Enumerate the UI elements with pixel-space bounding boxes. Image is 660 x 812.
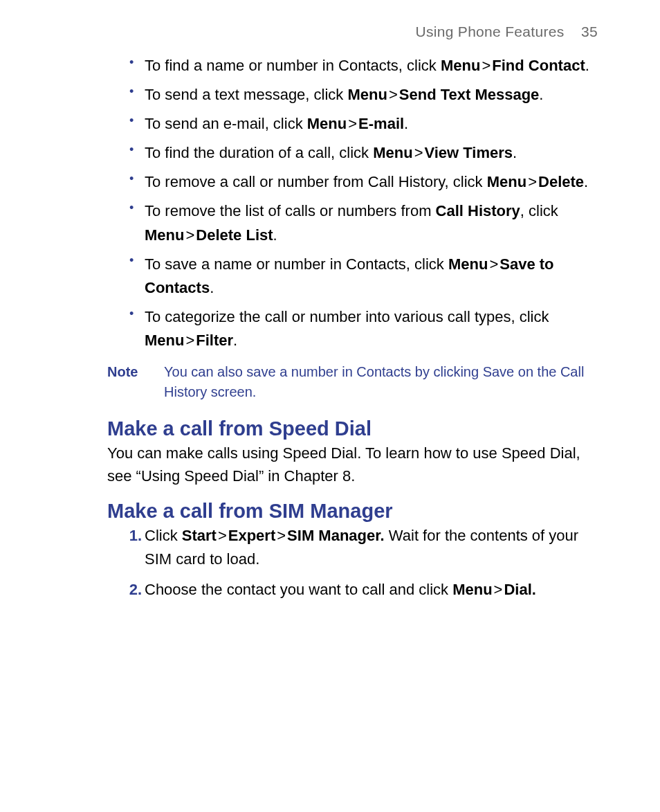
heading-speed-dial: Make a call from Speed Dial: [107, 417, 598, 440]
list-item: Click Start>Expert>SIM Manager. Wait for…: [145, 524, 598, 571]
heading-sim-manager: Make a call from SIM Manager: [107, 500, 598, 523]
list-item: To send an e-mail, click Menu>E-mail.: [145, 112, 598, 136]
note-text: You can also save a number in Contacts b…: [164, 362, 598, 402]
list-item: To categorize the call or number into va…: [145, 305, 598, 352]
note-label: Note: [107, 362, 164, 402]
list-item: To send a text message, click Menu>Send …: [145, 83, 598, 107]
page-header: Using Phone Features 35: [107, 24, 598, 40]
page: Using Phone Features 35 To find a name o…: [0, 0, 660, 636]
list-item: To find the duration of a call, click Me…: [145, 141, 598, 165]
list-item: To save a name or number in Contacts, cl…: [145, 253, 598, 300]
list-item: To find a name or number in Contacts, cl…: [145, 54, 598, 78]
header-section: Using Phone Features: [416, 24, 565, 39]
header-page-number: 35: [581, 24, 598, 39]
note-block: Note You can also save a number in Conta…: [107, 362, 598, 402]
body-text: You can make calls using Speed Dial. To …: [107, 442, 598, 487]
feature-bullet-list: To find a name or number in Contacts, cl…: [107, 54, 598, 352]
sim-manager-steps: Click Start>Expert>SIM Manager. Wait for…: [107, 524, 598, 602]
list-item: Choose the contact you want to call and …: [145, 578, 598, 602]
list-item: To remove a call or number from Call His…: [145, 170, 598, 194]
list-item: To remove the list of calls or numbers f…: [145, 199, 598, 246]
